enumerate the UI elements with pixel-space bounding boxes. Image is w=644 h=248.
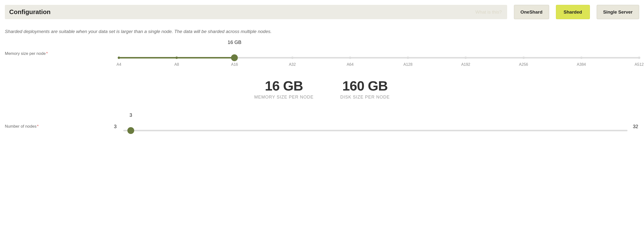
nodes-max: 32 — [632, 124, 639, 129]
memory-label-text: Memory size per node — [5, 51, 46, 56]
mode-buttons: OneShard Sharded Single Server — [514, 5, 639, 19]
memory-slider-handle[interactable] — [231, 54, 238, 61]
memory-row: Memory size per node* 16 GB A4A8A16A32A6… — [5, 49, 639, 58]
nodes-value-label: 3 — [130, 112, 132, 118]
memory-tick-label: A256 — [519, 62, 528, 67]
header-bar: Configuration What is this? — [5, 5, 507, 19]
what-is-this-link[interactable]: What is this? — [475, 10, 502, 15]
memory-slider-stop[interactable] — [118, 56, 120, 59]
nodes-label-text: Number of nodes — [5, 124, 36, 128]
summary-disk-caption: DISK SIZE PER NODE — [340, 95, 390, 100]
memory-value-label: 16 GB — [228, 40, 242, 45]
summary-memory-value: 16 GB — [254, 78, 314, 94]
memory-tick-label: A4 — [116, 62, 121, 67]
memory-tick-label: A64 — [347, 62, 354, 67]
mode-description: Sharded deployments are suitable when yo… — [5, 29, 639, 34]
nodes-row: Number of nodes* 3 3 32 — [5, 122, 639, 131]
memory-slider-stop[interactable] — [349, 56, 351, 59]
memory-slider-stop[interactable] — [522, 56, 525, 59]
memory-slider-track[interactable]: A4A8A16A32A64A128A192A256A384A512 — [119, 57, 639, 58]
memory-tick-label: A384 — [577, 62, 586, 67]
summary-row: 16 GB MEMORY SIZE PER NODE 160 GB DISK S… — [5, 78, 639, 100]
summary-memory-caption: MEMORY SIZE PER NODE — [254, 95, 314, 100]
header-row: Configuration What is this? OneShard Sha… — [5, 5, 639, 19]
required-marker: * — [37, 124, 38, 128]
memory-tick-label: A128 — [403, 62, 412, 67]
memory-slider-stop[interactable] — [176, 56, 178, 59]
memory-tick-label: A32 — [289, 62, 296, 67]
summary-disk: 160 GB DISK SIZE PER NODE — [340, 78, 390, 100]
memory-slider-stop[interactable] — [291, 56, 294, 59]
nodes-slider-wrap: 3 3 32 — [112, 122, 639, 131]
mode-oneshard-button[interactable]: OneShard — [514, 5, 549, 19]
nodes-label: Number of nodes* — [5, 124, 112, 129]
nodes-slider-track[interactable] — [123, 130, 628, 131]
memory-slider-stop[interactable] — [638, 56, 640, 59]
nodes-slider[interactable]: 3 — [123, 122, 628, 131]
memory-tick-label: A16 — [231, 62, 238, 67]
memory-slider-stop[interactable] — [464, 56, 467, 59]
memory-slider[interactable]: 16 GB A4A8A16A32A64A128A192A256A384A512 — [119, 49, 639, 58]
page-title: Configuration — [9, 8, 50, 16]
mode-single-button[interactable]: Single Server — [597, 5, 639, 19]
summary-disk-value: 160 GB — [340, 78, 390, 94]
mode-sharded-button[interactable]: Sharded — [556, 5, 590, 19]
memory-slider-stop[interactable] — [407, 56, 409, 59]
summary-memory: 16 GB MEMORY SIZE PER NODE — [254, 78, 314, 100]
memory-label: Memory size per node* — [5, 51, 119, 56]
memory-slider-stop[interactable] — [580, 56, 582, 59]
required-marker: * — [46, 51, 48, 56]
nodes-min: 3 — [112, 124, 119, 129]
memory-tick-label: A8 — [174, 62, 179, 67]
memory-tick-label: A512 — [634, 62, 644, 67]
memory-tick-label: A192 — [461, 62, 470, 67]
nodes-slider-handle[interactable] — [128, 127, 134, 134]
